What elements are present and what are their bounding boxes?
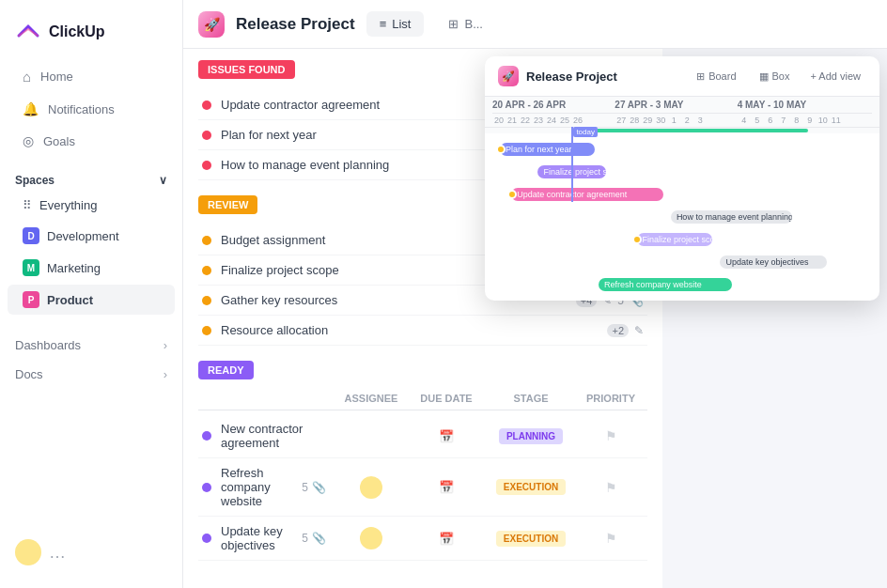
section-label-ready: READY bbox=[198, 361, 254, 379]
sidebar-item-marketing[interactable]: M Marketing bbox=[8, 253, 175, 283]
nav-item-docs[interactable]: Docs › bbox=[0, 360, 182, 389]
nav-item-home[interactable]: ⌂ Home bbox=[8, 61, 175, 92]
gantt-row-3: Update contractor agreement bbox=[492, 184, 872, 205]
chevron-right-icon-docs: › bbox=[163, 367, 167, 381]
sidebar-item-label-product: Product bbox=[47, 293, 93, 307]
gantt-day: 3 bbox=[693, 114, 707, 127]
gantt-day: 29 bbox=[641, 114, 654, 127]
task-meta: +2 ✎ bbox=[607, 324, 644, 337]
grid-icon: ⠿ bbox=[23, 198, 32, 212]
gantt-row-2: Finalize project scope bbox=[492, 162, 872, 182]
task-name: Resource allocation bbox=[221, 323, 598, 337]
sidebar-item-everything[interactable]: ⠿ Everything bbox=[8, 192, 175, 219]
task-dot bbox=[202, 326, 211, 335]
bell-icon: 🔔 bbox=[23, 101, 39, 116]
avatar bbox=[360, 476, 382, 499]
stage-cell: PLANNING bbox=[484, 428, 578, 444]
space-dot-product: P bbox=[23, 291, 39, 308]
gantt-day: 20 bbox=[492, 114, 506, 127]
section-ready: READY ASSIGNEE DUE DATE STAGE PRIORITY N… bbox=[198, 361, 647, 561]
sidebar-item-development[interactable]: D Development bbox=[8, 221, 175, 251]
gantt-project-icon: 🚀 bbox=[498, 66, 519, 86]
gantt-tab-box[interactable]: ▦ Box bbox=[752, 67, 798, 86]
chevron-right-icon: › bbox=[163, 338, 167, 352]
calendar-icon2: 📅 bbox=[439, 480, 454, 494]
task-row[interactable]: Update key objectives 5 📎 📅 EXECUTION ⚑ bbox=[198, 517, 647, 561]
task-dot bbox=[202, 296, 211, 305]
task-row[interactable]: New contractor agreement 📅 PLANNING ⚑ bbox=[198, 414, 647, 458]
date-group-label: 20 APR - 26 APR bbox=[492, 97, 615, 114]
gantt-day: 10 bbox=[817, 114, 830, 127]
gantt-day: 11 bbox=[830, 114, 843, 127]
gantt-days-row2: 27 28 29 30 1 2 3 bbox=[615, 114, 737, 127]
gantt-day: 5 bbox=[751, 114, 764, 127]
gantt-tab-board[interactable]: ⊞ Board bbox=[689, 67, 743, 86]
flag-icon: ⚑ bbox=[605, 428, 617, 443]
paperclip-icon3: 📎 bbox=[312, 532, 326, 545]
tab-label-list: List bbox=[392, 17, 411, 31]
nav-item-notifications[interactable]: 🔔 Notifications bbox=[8, 94, 175, 124]
gantt-header: 🚀 Release Project ⊞ Board ▦ Box + Add vi… bbox=[485, 56, 879, 97]
page-title: Release Project bbox=[236, 15, 355, 34]
date-group-label3: 4 MAY - 10 MAY bbox=[738, 97, 872, 114]
logo-text: ClickUp bbox=[49, 23, 105, 40]
home-icon: ⌂ bbox=[23, 69, 31, 85]
attachment-count3: 5 bbox=[302, 532, 308, 545]
gantt-days-row: 20 21 22 23 24 25 26 bbox=[492, 114, 615, 127]
gantt-day: 9 bbox=[803, 114, 817, 127]
gantt-add-view[interactable]: + Add view bbox=[804, 67, 866, 85]
space-dot-marketing: M bbox=[23, 259, 39, 276]
task-dot bbox=[202, 483, 211, 492]
task-dot bbox=[202, 101, 211, 110]
stage-cell: EXECUTION bbox=[484, 479, 578, 495]
page-header: 🚀 Release Project ≡ List ⊞ B... bbox=[183, 0, 887, 49]
gantt-row-1: Plan for next year bbox=[492, 139, 872, 160]
task-item[interactable]: Resource allocation +2 ✎ bbox=[198, 316, 647, 346]
gantt-bar-label: How to manage event planning bbox=[671, 210, 792, 224]
user-avatar-area[interactable]: … bbox=[0, 528, 182, 577]
collapse-icon[interactable]: ∨ bbox=[159, 174, 167, 187]
tab-board[interactable]: ⊞ B... bbox=[435, 11, 496, 37]
task-name: New contractor agreement bbox=[221, 422, 334, 450]
task-dot bbox=[202, 236, 211, 245]
today-badge: today bbox=[573, 127, 598, 137]
gantt-title: Release Project bbox=[526, 70, 681, 84]
priority-cell: ⚑ bbox=[578, 531, 644, 546]
spaces-section-header: Spaces ∨ bbox=[0, 164, 182, 191]
box-icon: ▦ bbox=[759, 70, 769, 83]
edit-icon2: ✎ bbox=[634, 324, 644, 337]
gantt-day: 30 bbox=[654, 114, 667, 127]
priority-cell: ⚑ bbox=[578, 428, 644, 443]
gantt-bar: Finalize project scope bbox=[637, 233, 713, 246]
gantt-row-5: Finalize project scope bbox=[492, 229, 872, 250]
nav-item-dashboards[interactable]: Dashboards › bbox=[0, 331, 182, 360]
space-dot-development: D bbox=[23, 227, 39, 244]
gantt-date-group-apr1: 20 APR - 26 APR 20 21 22 23 24 25 26 bbox=[492, 97, 615, 127]
gantt-day: 7 bbox=[777, 114, 790, 127]
gantt-row-7: Refresh company website bbox=[492, 274, 872, 295]
gantt-body: 20 APR - 26 APR 20 21 22 23 24 25 26 27 … bbox=[485, 97, 879, 301]
gantt-day: 25 bbox=[558, 114, 571, 127]
calendar-icon3: 📅 bbox=[439, 532, 454, 546]
gantt-day: 1 bbox=[667, 114, 680, 127]
assignee-cell bbox=[334, 527, 409, 549]
task-count: +2 bbox=[607, 324, 629, 337]
gantt-bar: Refresh company website bbox=[599, 278, 731, 291]
gantt-bar: Update contractor agreement bbox=[511, 188, 663, 201]
task-name: Update key objectives bbox=[221, 524, 302, 552]
user-avatar bbox=[15, 539, 41, 565]
nav-item-goals[interactable]: ◎ Goals bbox=[8, 126, 175, 156]
gantt-day: 2 bbox=[680, 114, 693, 127]
gantt-bar: Plan for next year bbox=[500, 143, 595, 156]
duedate-cell: 📅 bbox=[409, 532, 484, 546]
calendar-icon: 📅 bbox=[439, 429, 454, 443]
gantt-day: 28 bbox=[628, 114, 641, 127]
task-row[interactable]: Refresh company website 5 📎 📅 EXECUTION … bbox=[198, 458, 647, 517]
sidebar-item-product[interactable]: P Product bbox=[8, 285, 175, 315]
project-icon: 🚀 bbox=[198, 11, 225, 38]
board-icon: ⊞ bbox=[448, 17, 459, 31]
today-marker: today bbox=[571, 127, 573, 202]
tab-list[interactable]: ≡ List bbox=[366, 11, 425, 37]
gantt-rows: Plan for next year Finalize project scop… bbox=[485, 133, 879, 301]
table-header: ASSIGNEE DUE DATE STAGE PRIORITY bbox=[198, 387, 647, 410]
